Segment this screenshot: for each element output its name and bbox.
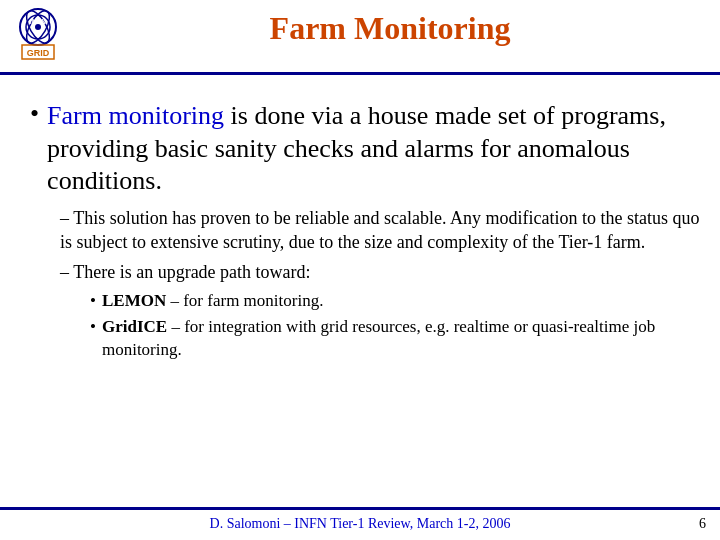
main-bullet: • Farm monitoring is done via a house ma…: [30, 100, 700, 198]
sub-bullet-1: – This solution has proven to be reliabl…: [60, 206, 700, 255]
sub-sub-bullet-gridice: • GridICE – for integration with grid re…: [90, 316, 700, 362]
farm-monitoring-link: Farm monitoring: [47, 101, 224, 130]
sub-bullet-2: – There is an upgrade path toward:: [60, 260, 700, 284]
slide-container: INFN GRID Farm Monitoring • Farm monitor…: [0, 0, 720, 540]
page-number: 6: [699, 516, 706, 532]
svg-text:GRID: GRID: [27, 48, 50, 58]
sub-sub-dot-2: •: [90, 316, 96, 339]
bullet-icon: •: [30, 98, 39, 129]
sub-sub-text-gridice: GridICE – for integration with grid reso…: [102, 316, 700, 362]
footer-text: D. Salomoni – INFN Tier-1 Review, March …: [0, 516, 720, 532]
slide-title: Farm Monitoring: [80, 10, 700, 47]
lemon-rest: – for farm monitoring.: [166, 291, 323, 310]
sub-sub-bullets: • LEMON – for farm monitoring. • GridICE…: [90, 290, 700, 362]
svg-text:INFN: INFN: [30, 18, 46, 25]
gridice-rest: – for integration with grid resources, e…: [102, 317, 655, 359]
sub-sub-bullet-lemon: • LEMON – for farm monitoring.: [90, 290, 700, 313]
top-divider: [0, 72, 720, 75]
lemon-term: LEMON: [102, 291, 166, 310]
main-bullet-text: Farm monitoring is done via a house made…: [47, 100, 700, 198]
sub-sub-dot-1: •: [90, 290, 96, 313]
sub-sub-text-lemon: LEMON – for farm monitoring.: [102, 290, 323, 313]
gridice-term: GridICE: [102, 317, 167, 336]
bottom-divider: [0, 507, 720, 510]
logo-area: INFN GRID: [8, 5, 83, 67]
sub-bullets: – This solution has proven to be reliabl…: [60, 206, 700, 363]
content-area: • Farm monitoring is done via a house ma…: [20, 82, 700, 490]
